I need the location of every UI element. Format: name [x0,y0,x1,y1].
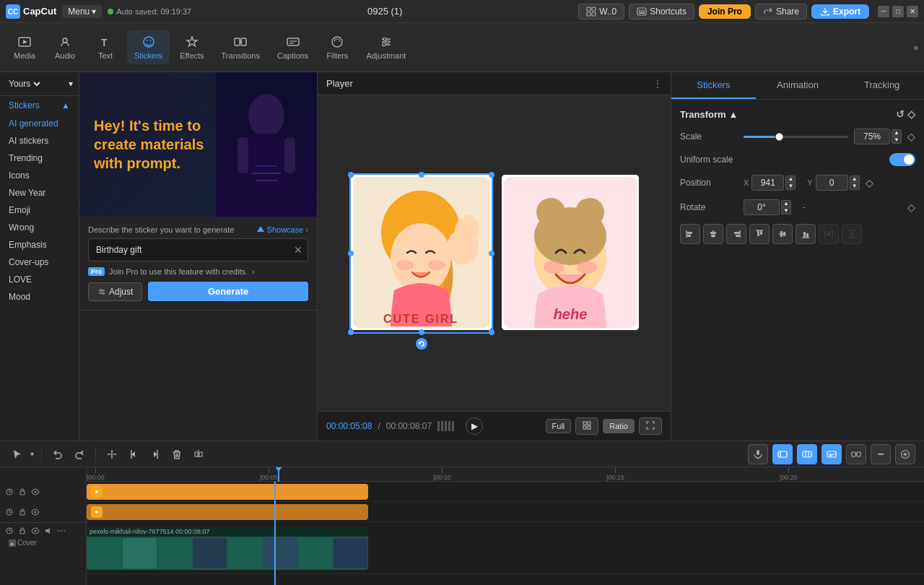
rotate-down[interactable]: ▼ [781,207,791,214]
rotate-up[interactable]: ▲ [781,200,791,207]
video-clip[interactable]: pexels-mikhail-nilov-7677514 00:00:08:07 [87,526,368,570]
align-center-h-button[interactable] [703,224,723,244]
minimize-button[interactable]: ─ [878,6,889,17]
align-bottom-button[interactable] [796,224,816,244]
align-right-button[interactable] [726,224,746,244]
sticker-prompt-input[interactable] [88,238,308,261]
rotate-input[interactable] [744,199,780,215]
handle-top-middle[interactable] [419,172,424,178]
video-audio-icon[interactable] [43,526,53,536]
expand-button[interactable] [639,417,662,435]
distribute-v-button[interactable] [842,224,862,244]
join-pro-button[interactable]: Join Pro [699,4,751,19]
sidebar-item-wrong[interactable]: Wrong [0,219,79,236]
play-button[interactable]: ▶ [466,417,483,435]
tool-adjustments[interactable]: Adjustmant [359,30,413,64]
sticker-cute-girl[interactable]: CUTE GIRL [349,173,493,334]
track2-lock-icon[interactable] [17,507,27,517]
tool-filters[interactable]: Filters [318,30,356,64]
minus-zoom[interactable]: − [871,444,891,464]
handle-right-middle[interactable] [489,251,494,256]
trim-end-button[interactable] [147,446,164,463]
delete-button[interactable] [168,446,186,463]
showcase-link[interactable]: Showcase › [256,225,308,234]
reset-transform-icon[interactable]: ↺ [896,108,905,120]
sidebar-item-love[interactable]: LOVE [0,271,79,288]
handle-left-middle[interactable] [348,251,354,256]
video-eye-icon[interactable] [30,526,40,536]
position-y-input[interactable] [816,175,848,191]
workspace-button[interactable]: W..0 [578,4,624,20]
redo-button[interactable] [71,446,88,463]
sticker-hehe-girl[interactable]: hehe [502,175,639,332]
scale-down-arrow[interactable]: ▼ [892,136,902,144]
playhead-marker[interactable] [274,467,284,482]
uniform-scale-toggle[interactable] [889,153,915,166]
clear-input-button[interactable]: ✕ [294,244,302,256]
shortcuts-button[interactable]: Shortcuts [629,4,694,20]
generate-button[interactable]: Generate [148,282,308,301]
sidebar-item-emoji[interactable]: Emoji [0,202,79,219]
handle-bottom-middle[interactable] [419,329,424,335]
adjust-button[interactable]: Adjust [88,282,142,301]
sticker-clip-2[interactable] [87,504,368,520]
tool-effects[interactable]: Effects [173,30,211,64]
auto-caption-button[interactable] [821,444,842,464]
track1-time-icon[interactable] [4,487,14,497]
player-menu-icon[interactable]: ⋮ [653,79,662,89]
align-left-button[interactable] [680,224,700,244]
fullscreen-button[interactable]: Full [546,419,572,433]
split-clip-button[interactable] [772,444,793,464]
rotate-handle[interactable] [416,338,427,350]
ratio-button[interactable]: Ratio [603,419,635,433]
keyframe-scale-icon[interactable]: ◇ [907,131,915,142]
sidebar-item-icons[interactable]: Icons [0,167,79,184]
scale-slider[interactable] [744,136,848,138]
tab-tracking[interactable]: Tracking [840,72,924,99]
keyframe-transform-icon[interactable]: ◇ [907,108,915,120]
tab-animation[interactable]: Animation [756,72,840,99]
export-button[interactable]: Export [811,4,869,19]
tab-stickers[interactable]: Stickers [671,72,756,99]
align-center-v-button[interactable] [772,224,793,244]
tool-stickers[interactable]: Stickers [127,30,170,64]
clip-speed-button[interactable] [797,444,817,464]
video-more-icon[interactable]: ⋯ [56,526,66,536]
select-tool[interactable] [9,446,26,463]
sidebar-item-mood[interactable]: Mood [0,288,79,306]
sticker-clip-1[interactable] [87,484,368,500]
toolbar-more[interactable]: » [913,43,918,53]
keyframe-rotate-icon[interactable]: ◇ [907,202,915,213]
sidebar-item-ai-generated[interactable]: AI generated [0,115,79,132]
tool-audio[interactable]: Audio [46,30,84,64]
menu-button[interactable]: Menu ▾ [62,5,102,18]
video-lock-icon[interactable] [17,526,27,536]
sidebar-item-stickers[interactable]: Stickers ▲ [0,96,79,115]
pos-y-up[interactable]: ▲ [850,176,860,183]
distribute-h-button[interactable] [819,224,839,244]
fit-button[interactable] [575,417,598,435]
split-button[interactable] [103,446,121,463]
tool-media[interactable]: Media [6,30,43,64]
tool-text[interactable]: T Text [87,30,124,64]
scale-up-arrow[interactable]: ▲ [892,129,902,136]
tool-captions[interactable]: Captions [270,30,315,64]
handle-bottom-right[interactable] [489,329,494,335]
track1-lock-icon[interactable] [17,487,27,497]
sidebar-item-new-year[interactable]: New Year [0,184,79,202]
mic-button[interactable] [748,444,768,464]
scale-input[interactable] [854,129,890,144]
category-dropdown[interactable]: Yours [6,78,43,90]
pos-y-down[interactable]: ▼ [850,183,860,190]
add-track-button[interactable] [895,444,915,464]
link-button[interactable] [846,444,866,464]
align-top-button[interactable] [749,224,770,244]
handle-top-left[interactable] [348,172,354,178]
sidebar-item-trending[interactable]: Trending [0,150,79,167]
sidebar-item-emphasis[interactable]: Emphasis [0,236,79,254]
trim-start-button[interactable] [125,446,142,463]
sidebar-item-ai-stickers[interactable]: AI stickers [0,132,79,150]
close-button[interactable]: ✕ [907,6,918,17]
mirror-button[interactable] [190,446,207,463]
undo-button[interactable] [49,446,66,463]
